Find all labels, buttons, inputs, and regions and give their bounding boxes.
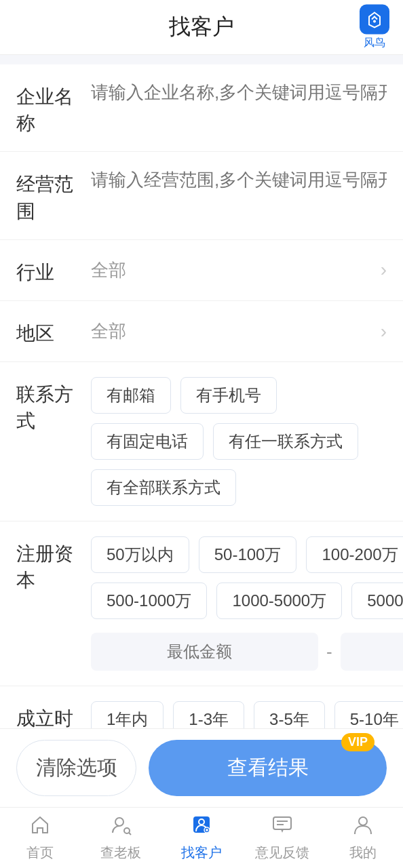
capital-tag-4[interactable]: 500-1000万 bbox=[91, 583, 207, 619]
home-icon bbox=[29, 814, 51, 841]
bottom-action-bar: 清除选项 查看结果 VIP bbox=[0, 728, 403, 807]
nav-item-home[interactable]: 首页 bbox=[0, 814, 81, 862]
capital-label: 注册资本 bbox=[16, 536, 91, 593]
nav-label-boss: 查老板 bbox=[100, 844, 141, 862]
nav-item-mine[interactable]: 我的 bbox=[322, 814, 403, 862]
find-customer-icon bbox=[191, 814, 212, 841]
region-label: 地区 bbox=[16, 316, 91, 347]
contact-tag-2[interactable]: 有固定电话 bbox=[91, 423, 204, 460]
nav-item-boss[interactable]: 查老板 bbox=[81, 814, 161, 862]
industry-value: 全部 bbox=[91, 258, 381, 282]
svg-point-2 bbox=[124, 828, 130, 833]
capital-range: - 万 bbox=[91, 633, 403, 671]
business-scope-input[interactable] bbox=[91, 167, 387, 191]
page-title: 找客户 bbox=[169, 12, 234, 42]
contact-tag-4[interactable]: 有全部联系方式 bbox=[91, 469, 236, 506]
region-arrow-icon: › bbox=[381, 321, 387, 342]
nav-label-mine: 我的 bbox=[349, 844, 377, 862]
logo-icon bbox=[360, 5, 389, 35]
capital-min-input[interactable] bbox=[91, 633, 318, 671]
company-name-row: 企业名称 bbox=[0, 64, 403, 152]
vip-badge: VIP bbox=[341, 733, 375, 751]
svg-line-3 bbox=[129, 833, 131, 835]
capital-row: 注册资本 50万以内 50-100万 100-200万 200-500万 500… bbox=[0, 521, 403, 686]
nav-item-feedback[interactable]: 意见反馈 bbox=[242, 814, 322, 862]
nav-label-home: 首页 bbox=[26, 844, 54, 862]
search-button[interactable]: 查看结果 VIP bbox=[149, 740, 387, 796]
contact-tag-1[interactable]: 有手机号 bbox=[180, 377, 277, 414]
capital-tag-1[interactable]: 50-100万 bbox=[199, 536, 297, 573]
contact-row: 联系方式 有邮箱 有手机号 有固定电话 有任一联系方式 有全部联系方式 bbox=[0, 362, 403, 521]
capital-max-input[interactable] bbox=[341, 633, 403, 671]
nav-label-feedback: 意见反馈 bbox=[255, 844, 309, 862]
capital-tag-6[interactable]: 5000万以上 bbox=[351, 583, 403, 619]
region-row[interactable]: 地区 全部 › bbox=[0, 301, 403, 362]
region-value: 全部 bbox=[91, 319, 381, 343]
contact-content: 有邮箱 有手机号 有固定电话 有任一联系方式 有全部联系方式 bbox=[91, 377, 387, 506]
capital-tag-2[interactable]: 100-200万 bbox=[306, 536, 403, 573]
nav-label-find-customer: 找客户 bbox=[181, 844, 222, 862]
company-name-label: 企业名称 bbox=[16, 79, 91, 136]
capital-tag-0[interactable]: 50万以内 bbox=[91, 536, 189, 573]
company-name-input[interactable] bbox=[91, 79, 387, 103]
svg-point-1 bbox=[115, 818, 123, 826]
mine-icon bbox=[352, 814, 374, 841]
capital-content: 50万以内 50-100万 100-200万 200-500万 500-1000… bbox=[91, 536, 403, 671]
nav-item-find-customer[interactable]: 找客户 bbox=[161, 814, 242, 862]
business-scope-row: 经营范围 bbox=[0, 152, 403, 239]
clear-button[interactable]: 清除选项 bbox=[16, 740, 136, 796]
contact-label: 联系方式 bbox=[16, 377, 91, 434]
feedback-icon bbox=[271, 814, 293, 841]
business-scope-label: 经营范围 bbox=[16, 167, 91, 224]
person-search-icon bbox=[110, 814, 132, 841]
industry-arrow-icon: › bbox=[381, 259, 387, 281]
bottom-nav: 首页 查老板 bbox=[0, 807, 403, 868]
capital-range-sep: - bbox=[326, 642, 332, 663]
svg-rect-9 bbox=[273, 817, 291, 829]
search-button-label: 查看结果 bbox=[227, 756, 309, 778]
industry-row[interactable]: 行业 全部 › bbox=[0, 240, 403, 301]
logo: 风鸟 bbox=[360, 5, 389, 50]
industry-label: 行业 bbox=[16, 255, 91, 285]
svg-point-12 bbox=[359, 817, 367, 825]
capital-tags: 50万以内 50-100万 100-200万 200-500万 500-1000… bbox=[91, 536, 403, 619]
app-header: 找客户 风鸟 bbox=[0, 0, 403, 55]
svg-point-0 bbox=[373, 20, 376, 23]
contact-tag-0[interactable]: 有邮箱 bbox=[91, 377, 171, 414]
capital-tag-5[interactable]: 1000-5000万 bbox=[216, 583, 342, 619]
contact-tag-3[interactable]: 有任一联系方式 bbox=[213, 423, 358, 460]
contact-tags: 有邮箱 有手机号 有固定电话 有任一联系方式 有全部联系方式 bbox=[91, 377, 387, 506]
logo-text: 风鸟 bbox=[364, 36, 385, 50]
